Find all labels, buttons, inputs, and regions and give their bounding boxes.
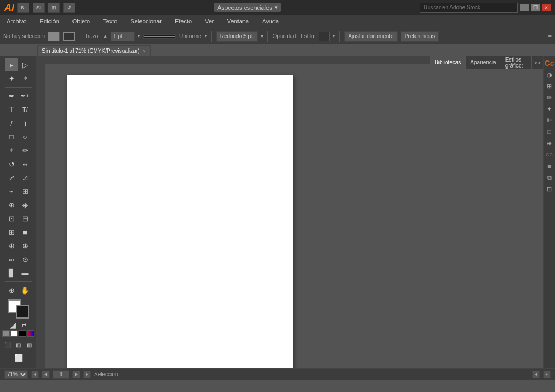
fill-color-indicator[interactable] xyxy=(48,32,60,41)
minimize-button[interactable]: — xyxy=(520,4,529,11)
warp-tool[interactable]: ⌁ xyxy=(5,185,18,198)
symbol-sprayer-tool[interactable]: ⊙ xyxy=(19,253,32,266)
line-tool[interactable]: / xyxy=(5,117,18,130)
zoom-select[interactable]: 71% xyxy=(4,370,28,379)
toolbar-options-btn[interactable]: ≡ xyxy=(548,33,552,40)
scroll-left-btn[interactable]: ◂ xyxy=(532,371,540,378)
stroke-color-indicator[interactable] xyxy=(63,32,75,41)
cc-icon[interactable]: Cc xyxy=(545,58,554,68)
gradient-swatch[interactable] xyxy=(27,330,34,337)
tab-bibliotecas[interactable]: Bibliotecas xyxy=(430,56,466,69)
perspective-select-tool[interactable]: ⊟ xyxy=(19,212,32,225)
zoom-tool[interactable]: ⊕ xyxy=(5,284,18,297)
scroll-right-btn[interactable]: ▸ xyxy=(543,371,551,378)
color-mode-icon[interactable]: ⬛ xyxy=(3,340,12,349)
close-button[interactable]: ✕ xyxy=(542,4,551,11)
page-first-btn[interactable]: ◀ xyxy=(42,371,50,378)
direct-selection-tool[interactable]: ▷ xyxy=(19,58,32,71)
preferencias-btn[interactable]: Preferencias xyxy=(401,31,439,42)
properties-icon[interactable]: ≡ xyxy=(545,161,554,171)
rect-tool[interactable]: □ xyxy=(5,130,18,143)
style-color-box[interactable] xyxy=(319,32,330,41)
swap-colors-icon[interactable]: ⇄ xyxy=(20,321,28,329)
pencil-tool[interactable]: ✏ xyxy=(19,144,32,157)
tab-estilos[interactable]: Estilos gráfico: xyxy=(501,56,532,69)
white-swatch[interactable] xyxy=(10,330,18,337)
reflect-tool[interactable]: ↔ xyxy=(19,157,32,170)
none-swatch[interactable] xyxy=(2,330,10,337)
measure-tool[interactable]: ⊕ xyxy=(19,239,32,252)
title-btn-2[interactable]: St xyxy=(33,3,45,13)
cc2-icon[interactable]: CC xyxy=(545,150,554,160)
magic-wand-tool[interactable]: ✦ xyxy=(5,72,18,85)
title-btn-3[interactable]: ⊞ xyxy=(48,3,60,13)
gradient-icon[interactable]: ▧ xyxy=(25,340,34,349)
menu-seleccionar[interactable]: Seleccionar xyxy=(128,17,163,26)
canvas-area[interactable] xyxy=(37,56,430,368)
canvas-content[interactable] xyxy=(45,64,430,368)
ellipse-tool[interactable]: ○ xyxy=(19,130,32,143)
workspace-selector[interactable]: Aspectos esenciales ▾ xyxy=(214,3,280,12)
free-transform-tool[interactable]: ⊞ xyxy=(19,185,32,198)
gradient-tool[interactable]: ■ xyxy=(19,225,32,238)
rotate-tool[interactable]: ↺ xyxy=(5,157,18,170)
add-anchor-tool[interactable]: ✒+ xyxy=(19,89,32,102)
panel-expand-btn[interactable]: >> xyxy=(532,59,543,66)
swatches-icon[interactable]: ⊞ xyxy=(545,81,554,91)
page-input[interactable] xyxy=(53,370,69,379)
menu-ver[interactable]: Ver xyxy=(203,17,216,26)
ajustar-btn[interactable]: Ajustar documento xyxy=(344,31,397,42)
shear-tool[interactable]: ⊿ xyxy=(19,171,32,184)
search-stock-input[interactable] xyxy=(420,3,518,13)
tab-apariencia[interactable]: Apariencia xyxy=(466,56,501,69)
redondo-dropdown[interactable]: ▾ xyxy=(261,34,263,39)
page-next-btn[interactable]: ▸ xyxy=(83,371,91,378)
menu-efecto[interactable]: Efecto xyxy=(173,17,194,26)
blend-tool[interactable]: ∞ xyxy=(5,253,18,266)
title-btn-4[interactable]: ↺ xyxy=(63,3,75,13)
page-prev-btn[interactable]: ◂ xyxy=(31,371,39,378)
trazo-up-btn[interactable]: ▲ xyxy=(103,34,107,39)
path-type-tool[interactable]: T/ xyxy=(19,103,32,116)
menu-texto[interactable]: Texto xyxy=(101,17,119,26)
arc-tool[interactable]: ) xyxy=(19,117,32,130)
page-last-btn[interactable]: ▶ xyxy=(72,371,80,378)
tab-close-btn[interactable]: × xyxy=(143,48,146,54)
menu-ayuda[interactable]: Ayuda xyxy=(260,17,281,26)
title-btn-1[interactable]: Br xyxy=(17,3,29,13)
selection-tool[interactable]: ▸ xyxy=(5,58,18,71)
lasso-tool[interactable]: ⌖ xyxy=(19,72,32,85)
symbols-icon[interactable]: ✦ xyxy=(545,104,554,114)
pathfinder-icon[interactable]: ⊕ xyxy=(545,138,554,148)
maximize-button[interactable]: ❒ xyxy=(531,4,540,11)
menu-edicion[interactable]: Edición xyxy=(38,17,62,26)
layers-icon[interactable]: ⧉ xyxy=(545,173,554,182)
stroke-type-dropdown[interactable]: ▾ xyxy=(205,34,207,39)
mesh-tool[interactable]: ⊞ xyxy=(5,225,18,238)
hand-tool[interactable]: ✋ xyxy=(19,284,32,297)
perspective-grid-tool[interactable]: ⊡ xyxy=(5,212,18,225)
paintbrush-tool[interactable]: ⌖ xyxy=(5,144,18,157)
align-icon[interactable]: ⊫ xyxy=(545,115,554,125)
style-dropdown[interactable]: ▾ xyxy=(333,34,335,39)
document-tab[interactable]: Sin título-1 al 71% (CMYK/Previsualizar)… xyxy=(37,45,151,56)
column-graph-tool[interactable]: ▊ xyxy=(5,266,18,279)
trazo-value-input[interactable] xyxy=(111,32,135,41)
pattern-icon[interactable]: ▨ xyxy=(14,340,23,349)
menu-archivo[interactable]: Archivo xyxy=(4,17,29,26)
black-swatch[interactable] xyxy=(19,330,26,337)
menu-objeto[interactable]: Objeto xyxy=(70,17,92,26)
artboard-tool[interactable]: ⬜ xyxy=(8,351,29,364)
brushes-icon[interactable]: ✏ xyxy=(545,93,554,102)
shape-builder-tool[interactable]: ⊕ xyxy=(5,198,18,211)
eyedropper-tool[interactable]: ⊕ xyxy=(5,239,18,252)
menu-ventana[interactable]: Ventana xyxy=(225,17,251,26)
trazo-dropdown[interactable]: ▾ xyxy=(138,34,140,39)
type-tool[interactable]: T xyxy=(5,103,18,116)
bar-graph-tool[interactable]: ▬ xyxy=(19,266,32,279)
scale-tool[interactable]: ⤢ xyxy=(5,171,18,184)
artboard[interactable] xyxy=(67,75,293,368)
live-paint-tool[interactable]: ◈ xyxy=(19,198,32,211)
default-colors-icon[interactable]: ◪ xyxy=(9,321,17,329)
redondo-btn[interactable]: Redondo 5 pt. xyxy=(216,31,258,42)
